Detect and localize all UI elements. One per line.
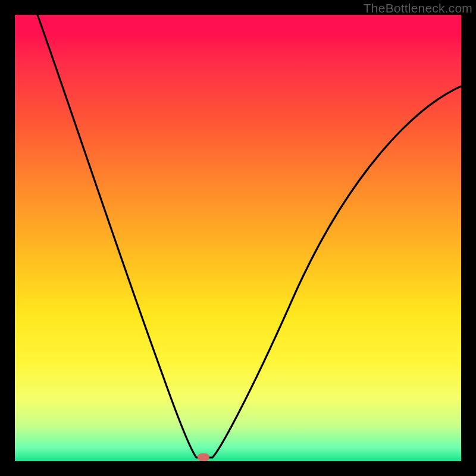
watermark-text: TheBottleneck.com <box>364 1 472 15</box>
minimum-marker <box>198 453 209 461</box>
bottleneck-curve <box>37 15 461 458</box>
plot-area <box>15 15 461 461</box>
curve-layer <box>15 15 461 461</box>
chart-frame: TheBottleneck.com <box>0 0 476 476</box>
